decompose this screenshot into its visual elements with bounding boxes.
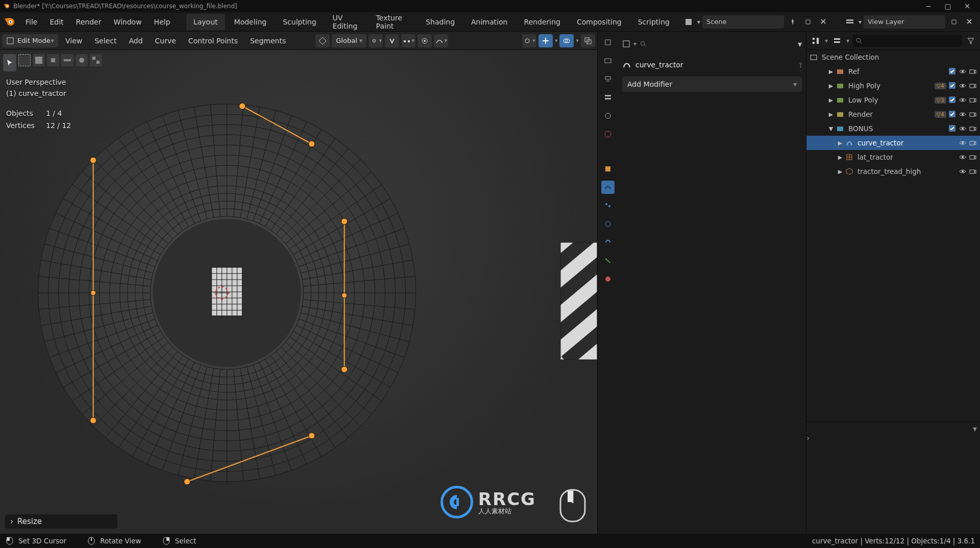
menu-window[interactable]: Window xyxy=(107,12,148,32)
workspace-tab-animation[interactable]: Animation xyxy=(464,14,514,30)
menu-help[interactable]: Help xyxy=(148,12,177,32)
viewlayer-browse-icon[interactable] xyxy=(843,15,856,29)
viewport-menu-add[interactable]: Add xyxy=(124,32,148,50)
disclosure-icon[interactable]: ▶ xyxy=(828,83,834,89)
window-maximize-button[interactable]: ▢ xyxy=(938,0,958,12)
disclosure-icon[interactable]: ▶ xyxy=(828,111,834,118)
prop-tab-tool-icon[interactable] xyxy=(601,36,615,49)
menu-file[interactable]: File xyxy=(19,12,43,32)
prop-tab-physics-icon[interactable] xyxy=(601,217,615,231)
prop-tab-world-icon[interactable] xyxy=(601,128,615,141)
snap-type-icon[interactable]: ▾ xyxy=(401,34,415,47)
workspace-tab-rendering[interactable]: Rendering xyxy=(517,14,568,30)
select-mode-4-icon[interactable] xyxy=(76,54,88,66)
prop-tab-particles-icon[interactable] xyxy=(601,199,615,212)
render-visibility-icon[interactable] xyxy=(969,110,977,118)
xray-toggle-icon[interactable] xyxy=(581,34,595,47)
orientation-icon[interactable] xyxy=(315,34,330,47)
editor-type-icon[interactable] xyxy=(622,40,630,48)
scene-new-icon[interactable] xyxy=(801,15,815,29)
prop-tab-modifier-icon[interactable] xyxy=(601,181,615,194)
outliner-filter-icon[interactable] xyxy=(965,35,977,47)
outliner-display-mode-icon[interactable] xyxy=(831,35,843,47)
visibility-eye-icon[interactable] xyxy=(959,67,967,76)
render-visibility-icon[interactable] xyxy=(969,96,977,104)
outliner-item-ref[interactable]: ▶ Ref xyxy=(806,64,980,79)
gizmo-toggle-icon[interactable] xyxy=(538,34,553,47)
properties-search[interactable] xyxy=(640,40,716,47)
prop-tab-viewlayer-icon[interactable] xyxy=(601,91,615,104)
snap-toggle-icon[interactable] xyxy=(385,34,399,47)
proportional-falloff-icon[interactable]: ▾ xyxy=(434,34,448,47)
prop-tab-data-icon[interactable] xyxy=(601,254,615,267)
select-mode-2-icon[interactable] xyxy=(47,54,59,66)
visibility-dropdown-icon[interactable]: ▾ xyxy=(522,34,536,47)
workspace-tab-texture-paint[interactable]: Texture Paint xyxy=(369,14,417,30)
overlays-toggle-icon[interactable] xyxy=(559,34,574,47)
disclosure-icon[interactable]: ▶ xyxy=(828,97,834,104)
visibility-eye-icon[interactable] xyxy=(959,124,967,133)
visibility-eye-icon[interactable] xyxy=(959,167,967,176)
render-visibility-icon[interactable] xyxy=(969,153,977,161)
prop-tab-render-icon[interactable] xyxy=(601,54,615,67)
visibility-eye-icon[interactable] xyxy=(959,96,967,104)
workspace-tab-sculpting[interactable]: Sculpting xyxy=(276,14,323,30)
viewlayer-delete-icon[interactable]: ✕ xyxy=(963,15,976,29)
proportional-edit-icon[interactable] xyxy=(418,34,432,47)
disclosure-icon[interactable]: ▶ xyxy=(837,140,843,146)
workspace-tab-compositing[interactable]: Compositing xyxy=(570,14,629,30)
outliner-item-render[interactable]: ▶ Render ▽4 xyxy=(806,107,980,121)
collapse-icon[interactable]: ▾ xyxy=(973,424,977,434)
disclosure-icon[interactable]: ▶ xyxy=(837,168,843,175)
prop-tab-material-icon[interactable] xyxy=(601,272,615,286)
disclosure-icon[interactable]: ▶ xyxy=(837,154,843,161)
scene-browse-icon[interactable] xyxy=(682,15,695,29)
viewport-menu-select[interactable]: Select xyxy=(89,32,121,50)
prop-tab-object-icon[interactable] xyxy=(601,162,615,176)
disclosure-icon[interactable]: ▶ xyxy=(828,68,834,75)
menu-edit[interactable]: Edit xyxy=(43,12,69,32)
outliner-item-lat_tractor[interactable]: ▶ lat_tractor xyxy=(806,150,980,164)
render-visibility-icon[interactable] xyxy=(969,167,977,176)
viewport-menu-control-points[interactable]: Control Points xyxy=(183,32,243,50)
prop-tab-constraints-icon[interactable] xyxy=(601,236,615,249)
mode-dropdown[interactable]: Edit Mode ▾ xyxy=(2,34,58,47)
outliner-editor-icon[interactable] xyxy=(810,35,822,47)
render-visibility-icon[interactable] xyxy=(969,67,977,76)
select-mode-1-icon[interactable] xyxy=(33,54,45,66)
properties-options-icon[interactable]: ▾ xyxy=(798,39,802,49)
transform-orientation-dropdown[interactable]: Global▾ xyxy=(332,34,366,47)
viewport-menu-segments[interactable]: Segments xyxy=(245,32,291,50)
prop-tab-output-icon[interactable] xyxy=(601,72,615,86)
visibility-eye-icon[interactable] xyxy=(959,110,967,118)
visibility-eye-icon[interactable] xyxy=(959,139,967,147)
visibility-eye-icon[interactable] xyxy=(959,153,967,161)
workspace-tab-scripting[interactable]: Scripting xyxy=(631,14,677,30)
outliner-tree[interactable]: Scene Collection ▶ Ref ▶ High Poly ▽4 xyxy=(806,50,980,421)
outliner-item-curve_tractor[interactable]: ▶ curve_tractor xyxy=(806,136,980,150)
pin-icon[interactable]: ⟟ xyxy=(799,61,802,69)
select-tool-icon[interactable] xyxy=(18,54,31,66)
viewport-menu-curve[interactable]: Curve xyxy=(150,32,181,50)
render-visibility-icon[interactable] xyxy=(969,82,977,90)
3d-viewport[interactable]: Edit Mode ▾ View Select Add Curve Contro… xyxy=(0,32,597,534)
workspace-tab-layout[interactable]: Layout xyxy=(186,14,225,30)
viewlayer-name-field[interactable]: View Layer xyxy=(864,15,945,29)
visibility-eye-icon[interactable] xyxy=(959,82,967,90)
workspace-tab-shading[interactable]: Shading xyxy=(419,14,462,30)
window-close-button[interactable]: ✕ xyxy=(958,0,977,12)
add-modifier-dropdown[interactable]: Add Modifier ▾ xyxy=(622,77,802,92)
prop-tab-scene-icon[interactable] xyxy=(601,109,615,122)
scene-pin-icon[interactable] xyxy=(786,15,799,29)
menu-render[interactable]: Render xyxy=(70,12,108,32)
workspace-tab-modeling[interactable]: Modeling xyxy=(227,14,274,30)
tool-cursor[interactable] xyxy=(3,54,16,71)
last-operator-panel[interactable]: › Resize xyxy=(5,514,117,529)
workspace-tab-uv[interactable]: UV Editing xyxy=(326,14,367,30)
disclosure-icon[interactable]: ▼ xyxy=(828,126,834,132)
outliner-item-tractor_tread_high[interactable]: ▶ tractor_tread_high xyxy=(806,164,980,179)
select-mode-5-icon[interactable] xyxy=(90,54,102,66)
outliner-root[interactable]: Scene Collection xyxy=(806,50,980,64)
select-mode-3-icon[interactable] xyxy=(61,54,74,66)
render-visibility-icon[interactable] xyxy=(969,124,977,133)
